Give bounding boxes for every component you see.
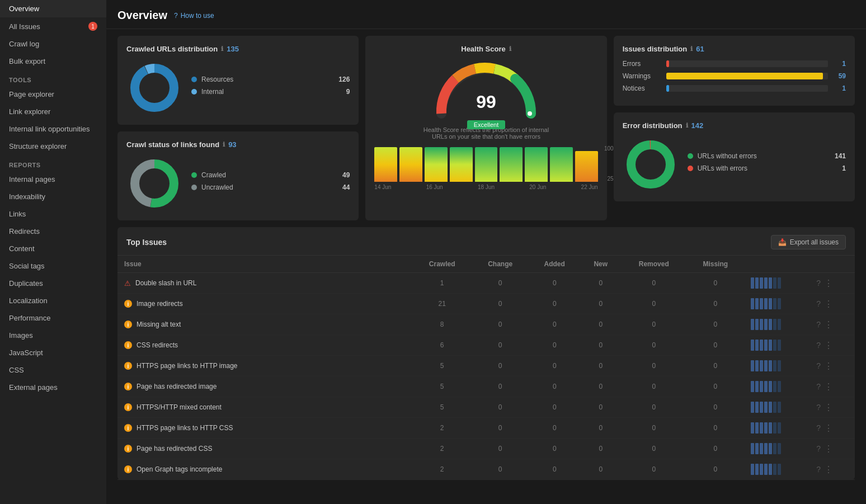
sidebar-item-external-pages[interactable]: External pages [0, 379, 106, 396]
sidebar-item-overview[interactable]: Overview [0, 0, 106, 17]
warnings-bar-wrap [666, 73, 828, 79]
sidebar-item-crawl-log[interactable]: Crawl log [0, 35, 106, 53]
more-icon[interactable]: ⋮ [824, 319, 833, 330]
sidebar-item-javascript[interactable]: JavaScript [0, 344, 106, 361]
row-actions-cell: ? ⋮ [809, 335, 855, 356]
crawl-status-info-icon[interactable]: ℹ [223, 141, 225, 148]
mini-bar [751, 319, 754, 330]
health-bar-chart: 100 25 14 Jun 16 Jun 18 Jun [374, 145, 597, 190]
issues-dist-info-icon[interactable]: ℹ [690, 45, 693, 53]
mini-bar [769, 422, 772, 434]
sidebar-item-performance[interactable]: Performance [0, 309, 106, 327]
sidebar-item-duplicates[interactable]: Duplicates [0, 275, 106, 292]
help-icon[interactable]: ? [816, 299, 821, 308]
table-row[interactable]: ⚠ Double slash in URL 1 0 0 0 0 0 ? ⋮ [117, 273, 855, 294]
help-icon[interactable]: ? [816, 320, 821, 329]
more-icon[interactable]: ⋮ [824, 381, 833, 392]
svg-point-6 [527, 111, 533, 116]
mini-bar [773, 422, 776, 434]
help-icon[interactable]: ? [816, 403, 821, 412]
help-icon[interactable]: ? [816, 465, 821, 474]
issue-name: Double slash in URL [135, 279, 196, 287]
more-icon[interactable]: ⋮ [824, 361, 833, 371]
row-actions-cell: ? ⋮ [809, 459, 855, 480]
missing-cell: 0 [686, 273, 744, 294]
help-icon[interactable]: ? [816, 423, 821, 432]
more-icon[interactable]: ⋮ [824, 444, 833, 454]
health-score-info-icon[interactable]: ℹ [509, 45, 511, 53]
table-row[interactable]: i Open Graph tags incomplete 2 0 0 0 0 0… [117, 459, 855, 480]
sidebar-item-links[interactable]: Links [0, 205, 106, 223]
added-cell: 0 [529, 418, 580, 439]
table-row[interactable]: i Missing alt text 8 0 0 0 0 0 ? ⋮ [117, 314, 855, 335]
sidebar-item-structure-explorer[interactable]: Structure explorer [0, 138, 106, 155]
table-row[interactable]: i Image redirects 21 0 0 0 0 0 ? ⋮ [117, 294, 855, 314]
mini-bar [778, 298, 781, 309]
how-to-use-link[interactable]: ? How to use [174, 12, 214, 20]
mini-bar [764, 422, 768, 434]
mini-bar [755, 422, 759, 434]
mini-bar [751, 402, 754, 413]
help-icon[interactable]: ? [816, 279, 821, 288]
change-cell: 0 [472, 314, 529, 335]
mini-bar [760, 443, 763, 454]
mini-bar-cell [744, 397, 809, 418]
sidebar-item-redirects[interactable]: Redirects [0, 223, 106, 240]
mini-bar [760, 319, 763, 330]
table-row[interactable]: i HTTPS/HTTP mixed content 5 0 0 0 0 0 ?… [117, 397, 855, 418]
sidebar-item-bulk-export[interactable]: Bulk export [0, 53, 106, 70]
sidebar-label-internal-link-opp: Internal link opportunities [9, 125, 90, 133]
sidebar-item-social-tags[interactable]: Social tags [0, 257, 106, 275]
crawled-cell: 5 [412, 376, 472, 397]
sidebar-item-css[interactable]: CSS [0, 361, 106, 379]
mini-bar [778, 464, 781, 475]
help-icon[interactable]: ? [816, 382, 821, 391]
table-row[interactable]: i CSS redirects 6 0 0 0 0 0 ? ⋮ [117, 335, 855, 356]
sidebar-item-internal-link-opp[interactable]: Internal link opportunities [0, 120, 106, 138]
help-icon[interactable]: ? [816, 444, 821, 453]
error-dist-info-icon[interactable]: ℹ [686, 122, 688, 129]
table-row[interactable]: i Page has redirected image 5 0 0 0 0 0 … [117, 376, 855, 397]
table-row[interactable]: i HTTPS page links to HTTP CSS 2 0 0 0 0… [117, 418, 855, 439]
mini-bar [755, 464, 759, 475]
sidebar-item-internal-pages[interactable]: Internal pages [0, 171, 106, 188]
mini-bar [778, 277, 781, 289]
col-chart [744, 256, 809, 273]
more-icon[interactable]: ⋮ [824, 278, 833, 289]
more-icon[interactable]: ⋮ [824, 402, 833, 413]
row-actions-cell: ? ⋮ [809, 294, 855, 314]
export-button[interactable]: 📥 Export all issues [771, 235, 846, 249]
more-icon[interactable]: ⋮ [824, 423, 833, 434]
crawled-urls-info-icon[interactable]: ℹ [221, 45, 223, 53]
crawled-urls-donut-row: Resources 126 Internal 9 [126, 60, 350, 116]
crawled-urls-legend: Resources 126 Internal 9 [191, 76, 350, 100]
sidebar-item-images[interactable]: Images [0, 327, 106, 344]
crawled-cell: 5 [412, 356, 472, 376]
sidebar-item-link-explorer[interactable]: Link explorer [0, 103, 106, 120]
crawled-urls-title: Crawled URLs distribution ℹ 135 [126, 45, 350, 53]
more-icon[interactable]: ⋮ [824, 340, 833, 351]
change-cell: 0 [472, 335, 529, 356]
help-icon[interactable]: ? [816, 361, 821, 370]
mini-bar [778, 340, 781, 351]
mini-bar-cell [744, 418, 809, 439]
col-crawled: Crawled [412, 256, 472, 273]
bar-7 [525, 147, 548, 182]
warning-info-icon: i [124, 321, 132, 328]
added-cell: 0 [529, 294, 580, 314]
more-icon[interactable]: ⋮ [824, 464, 833, 475]
sidebar-item-localization[interactable]: Localization [0, 292, 106, 309]
help-icon[interactable]: ? [816, 341, 821, 350]
main-content: Overview ? How to use Crawled URLs distr… [106, 0, 866, 504]
sidebar-item-page-explorer[interactable]: Page explorer [0, 86, 106, 103]
more-icon[interactable]: ⋮ [824, 299, 833, 309]
mini-bar-cell [744, 376, 809, 397]
col-removed: Removed [621, 256, 686, 273]
sidebar-item-content[interactable]: Content [0, 240, 106, 257]
sidebar-item-all-issues[interactable]: All Issues 1 [0, 17, 106, 35]
table-row[interactable]: i HTTPS page links to HTTP image 5 0 0 0… [117, 356, 855, 376]
table-row[interactable]: i Page has redirected CSS 2 0 0 0 0 0 ? … [117, 439, 855, 459]
added-cell: 0 [529, 356, 580, 376]
sidebar-item-indexability[interactable]: Indexability [0, 188, 106, 205]
missing-cell: 0 [686, 314, 744, 335]
